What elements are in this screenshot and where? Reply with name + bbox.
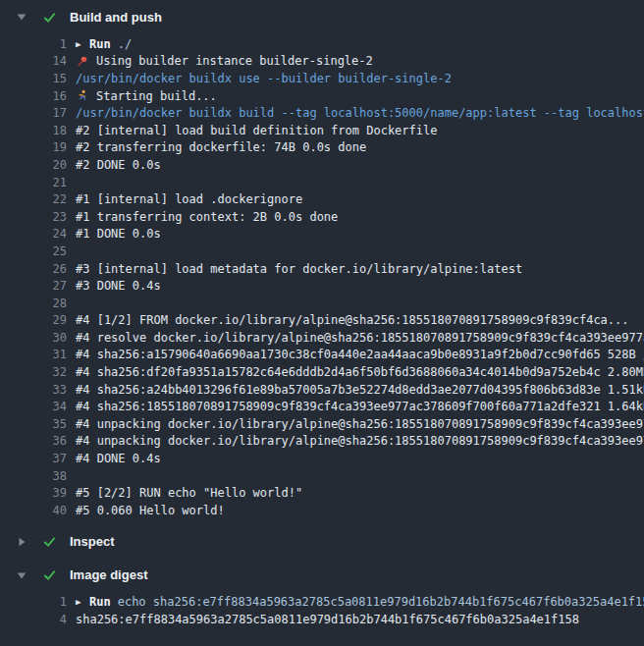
line-text: #4 sha256:185518070891758909c9f839cf4ca3… — [76, 400, 644, 413]
log-line: 22 #1 [internal] load .dockerignore — [0, 190, 644, 208]
line-string: sha256:e7ff8834a5963a2785c5a0811e979d16b… — [76, 613, 579, 626]
line-number[interactable]: 38 — [0, 469, 67, 483]
line-text: #3 DONE 0.4s — [76, 279, 161, 293]
chevron-down-icon[interactable] — [16, 569, 27, 581]
line-text: /usr/bin/docker buildx build --tag local… — [76, 106, 644, 120]
line-number[interactable]: 32 — [0, 365, 67, 379]
runner-icon — [76, 89, 88, 102]
line-number[interactable]: 1 — [0, 595, 67, 609]
line-text: #5 [2/2] RUN echo "Hello world!" — [76, 486, 302, 500]
chevron-down-icon[interactable] — [16, 11, 27, 23]
line-text: #2 [internal] load build definition from… — [76, 124, 437, 137]
log-line: 1 ▶Runecho sha256:e7ff8834a5963a2785c5a0… — [0, 594, 644, 612]
line-string: #4 sha256:df20fa9351a15782c64e6dddb2d4a6… — [76, 365, 644, 379]
line-text: #1 [internal] load .dockerignore — [76, 192, 302, 206]
group-expand-icon[interactable]: ▶ — [76, 39, 89, 49]
log-line: 23 #1 transferring context: 2B 0.0s done — [0, 208, 644, 226]
line-string: #3 [internal] load metadata for docker.i… — [76, 262, 522, 276]
run-command: ./ — [118, 37, 132, 51]
section-title: Build and push — [70, 10, 162, 25]
line-string: #2 DONE 0.0s — [76, 158, 161, 172]
line-string: #2 [internal] load build definition from… — [76, 124, 437, 137]
log-section: Image digest 1 ▶Runecho sha256:e7ff8834a… — [0, 565, 644, 628]
log-line: 31 #4 sha256:a15790640a6690aa1730c38cf0a… — [0, 347, 644, 364]
line-number[interactable]: 16 — [0, 89, 67, 103]
line-number[interactable]: 26 — [0, 262, 67, 276]
success-check-icon — [42, 534, 57, 549]
line-string: Starting build... — [96, 89, 217, 103]
log-line: 27 #3 DONE 0.4s — [0, 277, 644, 295]
line-number[interactable]: 23 — [0, 210, 67, 224]
line-number[interactable]: 36 — [0, 434, 67, 448]
log-line: 21 — [0, 174, 644, 191]
section-header-build-and-push[interactable]: Build and push — [16, 6, 644, 27]
log-line: 29 #4 [1/2] FROM docker.io/library/alpin… — [0, 312, 644, 330]
line-number[interactable]: 21 — [0, 176, 67, 189]
line-string: #4 sha256:185518070891758909c9f839cf4ca3… — [76, 400, 644, 413]
line-number[interactable]: 37 — [0, 452, 67, 465]
line-number[interactable]: 35 — [0, 417, 67, 431]
line-text: Using builder instance builder-single-2 — [76, 54, 373, 68]
log-line: 17 /usr/bin/docker buildx build --tag lo… — [0, 104, 644, 122]
log-line: 18 #2 [internal] load build definition f… — [0, 122, 644, 139]
line-number[interactable]: 18 — [0, 124, 67, 137]
line-text: #4 unpacking docker.io/library/alpine@sh… — [76, 434, 644, 448]
success-check-icon — [42, 10, 57, 25]
group-expand-icon[interactable]: ▶ — [76, 597, 89, 607]
line-text: #4 unpacking docker.io/library/alpine@sh… — [76, 417, 644, 431]
line-string: #4 DONE 0.4s — [76, 452, 161, 465]
line-string: #2 transferring dockerfile: 74B 0.0s don… — [76, 140, 366, 154]
log-line: 33 #4 sha256:a24bb4013296f61e89ba57005a7… — [0, 381, 644, 399]
log-line: 38 — [0, 467, 644, 485]
line-number[interactable]: 27 — [0, 279, 67, 293]
log-line: 28 — [0, 295, 644, 312]
line-text: #4 resolve docker.io/library/alpine@sha2… — [76, 331, 644, 345]
log-line: 14 Using builder instance builder-single… — [0, 53, 644, 71]
pushpin-icon — [76, 55, 88, 68]
line-number[interactable]: 22 — [0, 192, 67, 206]
section-title: Inspect — [70, 534, 115, 549]
line-number[interactable]: 29 — [0, 313, 67, 327]
line-text: #3 [internal] load metadata for docker.i… — [76, 262, 522, 276]
line-text: #4 sha256:a24bb4013296f61e89ba57005a7b3e… — [76, 383, 644, 397]
line-number[interactable]: 25 — [0, 244, 67, 258]
line-string: /usr/bin/docker buildx build --tag local… — [76, 106, 644, 120]
line-number[interactable]: 39 — [0, 486, 67, 500]
line-string: #4 unpacking docker.io/library/alpine@sh… — [76, 417, 644, 431]
line-string: #5 [2/2] RUN echo "Hello world!" — [76, 486, 302, 500]
line-number[interactable]: 19 — [0, 140, 67, 154]
run-command: echo sha256:e7ff8834a5963a2785c5a0811e97… — [118, 595, 644, 609]
line-string: #4 resolve docker.io/library/alpine@sha2… — [76, 331, 644, 345]
line-text: /usr/bin/docker buildx use --builder bui… — [76, 72, 452, 85]
line-string: Using builder instance builder-single-2 — [96, 54, 373, 68]
line-number[interactable]: 15 — [0, 72, 67, 85]
line-number[interactable]: 20 — [0, 158, 67, 172]
line-string: #1 transferring context: 2B 0.0s done — [76, 210, 338, 224]
line-number[interactable]: 31 — [0, 348, 67, 361]
section-title: Image digest — [70, 567, 147, 582]
log-line: 20 #2 DONE 0.0s — [0, 156, 644, 174]
line-number[interactable]: 33 — [0, 383, 67, 397]
line-number[interactable]: 4 — [0, 613, 67, 626]
log-line: 34 #4 sha256:185518070891758909c9f839cf4… — [0, 398, 644, 415]
line-text: #5 0.060 Hello world! — [76, 504, 225, 517]
run-keyword: Run — [89, 595, 111, 609]
line-number[interactable]: 40 — [0, 504, 67, 517]
line-number[interactable]: 34 — [0, 400, 67, 413]
section-header-inspect[interactable]: Inspect — [16, 531, 644, 553]
line-text: ▶Runecho sha256:e7ff8834a5963a2785c5a081… — [76, 595, 644, 609]
line-text: #2 transferring dockerfile: 74B 0.0s don… — [76, 140, 366, 154]
log-line: 32 #4 sha256:df20fa9351a15782c64e6dddb2d… — [0, 363, 644, 381]
line-string: #4 unpacking docker.io/library/alpine@sh… — [76, 434, 644, 448]
line-text: #4 DONE 0.4s — [76, 452, 161, 465]
line-number[interactable]: 17 — [0, 106, 67, 120]
line-number[interactable]: 1 — [0, 37, 67, 51]
line-number[interactable]: 14 — [0, 54, 67, 68]
chevron-right-icon[interactable] — [16, 536, 27, 548]
section-header-image-digest[interactable]: Image digest — [16, 565, 644, 586]
line-number[interactable]: 24 — [0, 227, 67, 241]
line-text: #1 DONE 0.0s — [76, 227, 161, 241]
line-number[interactable]: 28 — [0, 296, 67, 310]
log-line: 26 #3 [internal] load metadata for docke… — [0, 260, 644, 278]
line-number[interactable]: 30 — [0, 331, 67, 345]
